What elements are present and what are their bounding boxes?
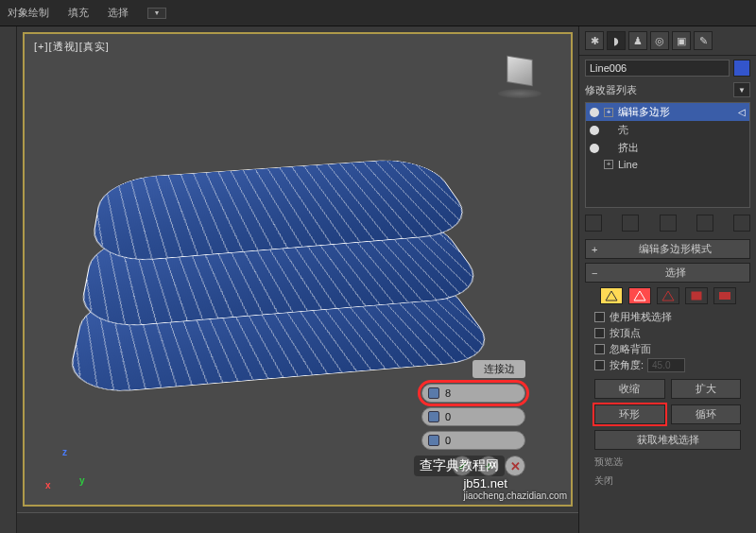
ring-button[interactable]: 环形 xyxy=(594,404,665,424)
remove-mod-button[interactable] xyxy=(696,215,713,232)
modifier-stack[interactable]: + 编辑多边形 ◁ 壳 挤出 + Line xyxy=(585,102,750,208)
edit-poly-arrow-icon: ◁ xyxy=(738,107,746,117)
svg-rect-3 xyxy=(692,292,701,300)
expand-icon[interactable]: + xyxy=(604,160,613,169)
popup-title: 连接边 xyxy=(472,360,525,378)
display-tab-icon[interactable]: ▣ xyxy=(672,31,691,50)
stack-label: 挤出 xyxy=(618,141,639,155)
check-label: 按顶点 xyxy=(610,326,641,340)
object-color-swatch[interactable] xyxy=(733,60,750,77)
pin-stack-button[interactable] xyxy=(585,215,602,232)
vertex-mode-button[interactable] xyxy=(600,287,623,304)
viewcube-cube-icon[interactable] xyxy=(507,56,532,87)
modifier-list-dropdown[interactable]: ▼ xyxy=(733,82,750,97)
stack-item-line[interactable]: + Line xyxy=(586,157,749,172)
rollup-label: 选择 xyxy=(607,266,744,280)
utilities-tab-icon[interactable]: ✎ xyxy=(694,31,713,50)
expand-icon[interactable]: + xyxy=(604,108,613,117)
stack-label: Line xyxy=(618,159,638,170)
axis-y-label: y xyxy=(79,475,85,486)
status-bar xyxy=(17,512,578,533)
element-mode-button[interactable] xyxy=(713,287,736,304)
grow-button[interactable]: 扩大 xyxy=(671,379,742,399)
viewcube-base xyxy=(498,89,541,98)
slide-value: 0 xyxy=(445,435,519,446)
bulb-icon[interactable] xyxy=(590,144,599,153)
menu-select[interactable]: 选择 xyxy=(108,6,129,20)
edge-mode-button[interactable] xyxy=(628,287,651,304)
command-panel-tabs: ✱ ◗ ♟ ◎ ▣ ✎ xyxy=(579,26,756,56)
stack-label: 壳 xyxy=(618,123,628,137)
check-label: 按角度: xyxy=(610,358,644,372)
ignore-backfacing-check[interactable]: 忽略背面 xyxy=(594,341,741,357)
watermark-brand: 查字典教程网 xyxy=(414,456,505,476)
preview-label: 预览选 xyxy=(594,456,623,469)
rollup-selection[interactable]: −选择 xyxy=(585,263,750,283)
svg-marker-0 xyxy=(606,291,617,301)
stack-toolbar xyxy=(579,211,756,235)
viewcube[interactable] xyxy=(497,53,542,98)
show-end-button[interactable] xyxy=(622,215,639,232)
watermark-sub: jiaocheng.chazidian.com xyxy=(463,490,567,501)
axis-x-label: x xyxy=(45,480,51,490)
create-tab-icon[interactable]: ✱ xyxy=(585,31,604,50)
close-label: 关闭 xyxy=(594,474,613,488)
viewport-label[interactable]: [+][透视][真实] xyxy=(34,40,110,54)
slide-spinner[interactable]: 0 xyxy=(421,431,525,450)
viewport-perspective[interactable]: [+][透视][真实] z y x 连接边 xyxy=(23,32,573,507)
pinch-spinner[interactable]: 0 xyxy=(421,407,525,426)
svg-marker-1 xyxy=(634,291,645,301)
unique-button[interactable] xyxy=(660,215,677,232)
hierarchy-tab-icon[interactable]: ♟ xyxy=(628,31,647,50)
use-stack-selection-check[interactable]: 使用堆栈选择 xyxy=(594,309,741,325)
check-label: 忽略背面 xyxy=(610,342,651,356)
angle-value-input[interactable]: 45.0 xyxy=(647,358,685,372)
axis-z-label: z xyxy=(62,447,67,457)
check-label: 使用堆栈选择 xyxy=(610,310,672,324)
bulb-icon[interactable] xyxy=(590,126,599,135)
stack-label: 编辑多边形 xyxy=(618,105,670,119)
menu-fill[interactable]: 填充 xyxy=(68,6,89,20)
dropdown-icon[interactable]: ▼ xyxy=(147,8,166,19)
watermark: jb51.net jiaocheng.chazidian.com xyxy=(463,476,567,501)
config-button[interactable] xyxy=(733,215,750,232)
bulb-icon[interactable] xyxy=(590,108,599,117)
cancel-button[interactable]: ✕ xyxy=(505,456,525,476)
stack-item-shell[interactable]: 壳 xyxy=(586,121,749,139)
watermark-site: jb51.net xyxy=(463,476,567,490)
shrink-button[interactable]: 收缩 xyxy=(594,379,665,399)
left-toolstrip xyxy=(0,26,17,533)
by-vertex-check[interactable]: 按顶点 xyxy=(594,325,741,341)
pinch-value: 0 xyxy=(445,411,519,422)
stack-item-edit-poly[interactable]: + 编辑多边形 ◁ xyxy=(586,103,749,121)
rollup-edit-poly-mode[interactable]: +编辑多边形模式 xyxy=(585,239,750,259)
command-panel: ✱ ◗ ♟ ◎ ▣ ✎ 修改器列表 ▼ + 编辑多边形 ◁ xyxy=(578,26,756,533)
get-stack-selection-button[interactable]: 获取堆栈选择 xyxy=(594,430,741,450)
modify-tab-icon[interactable]: ◗ xyxy=(607,31,626,50)
border-mode-button[interactable] xyxy=(657,287,679,304)
top-menubar: 对象绘制 填充 选择 ▼ xyxy=(0,0,756,26)
segments-value: 8 xyxy=(445,387,519,399)
segments-spinner[interactable]: 8 xyxy=(421,384,525,403)
stack-item-extrude[interactable]: 挤出 xyxy=(586,139,749,157)
menu-object-paint[interactable]: 对象绘制 xyxy=(8,6,49,20)
svg-marker-2 xyxy=(662,291,674,301)
object-name-input[interactable] xyxy=(585,60,730,77)
loop-button[interactable]: 循环 xyxy=(671,404,742,424)
motion-tab-icon[interactable]: ◎ xyxy=(650,31,669,50)
segments-icon xyxy=(428,387,439,399)
by-angle-check[interactable]: 按角度: xyxy=(594,358,644,372)
polygon-mode-button[interactable] xyxy=(685,287,708,304)
subobject-row xyxy=(585,283,750,309)
modifier-list-label: 修改器列表 xyxy=(585,83,730,97)
rollup-label: 编辑多边形模式 xyxy=(607,242,744,256)
pinch-icon xyxy=(428,411,439,422)
svg-rect-4 xyxy=(719,292,730,300)
slide-icon xyxy=(428,435,439,446)
